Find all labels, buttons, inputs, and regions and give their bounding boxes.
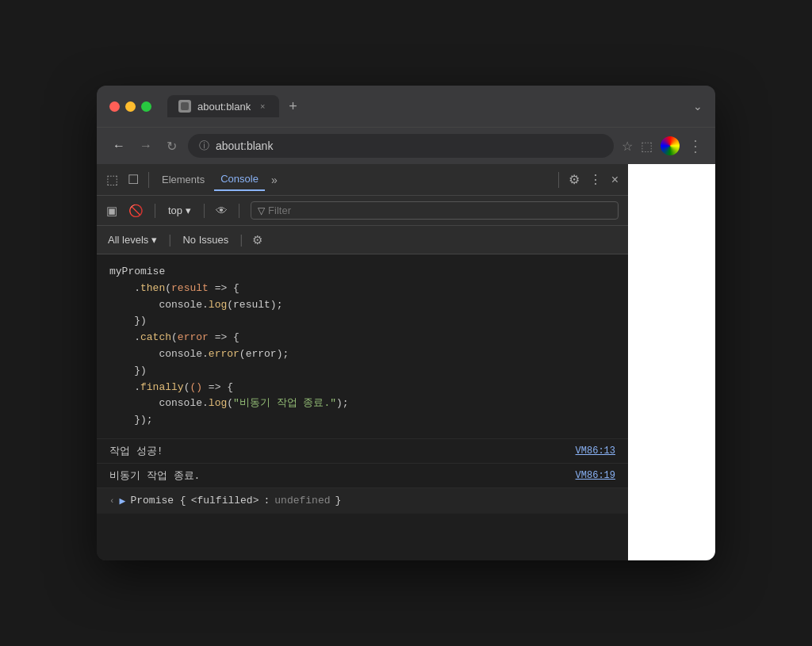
inspect-element-icon[interactable]: ⬚ [103,169,121,190]
tab-close-button[interactable]: × [257,101,268,112]
devtools-container: ⬚ ☐ Elements Console » ⚙ ⋮ × ▣ 🚫 top ▾ [97,164,715,560]
code-result: result [171,282,209,294]
code-error-method: error [209,348,239,360]
minimize-window-button[interactable] [125,101,136,112]
url-bar[interactable]: ⓘ about:blank [188,134,614,158]
console-divider [155,204,155,218]
more-tabs-button[interactable]: » [268,170,281,189]
context-selector[interactable]: top ▾ [163,202,196,219]
code-then: then [140,282,165,294]
code-block: myPromise .then(result => { console.log(… [97,254,628,439]
live-expressions-icon[interactable]: 👁 [213,201,231,220]
promise-close: } [335,495,342,506]
active-tab[interactable]: about:blank × [167,95,279,117]
info-icon: ⓘ [199,139,209,153]
devtools-settings-button[interactable]: ⚙ [565,169,583,190]
code-log2: log [209,397,227,409]
code-log1: log [209,299,227,311]
log-line-1: 작업 성공! VM86:13 [97,439,628,464]
levels-separator-2: | [239,233,243,247]
forward-button[interactable]: → [136,136,155,156]
all-levels-label: All levels [108,234,148,246]
page-panel [628,164,715,560]
title-bar: about:blank × + ⌄ [97,86,715,127]
refresh-button[interactable]: ↻ [163,136,180,157]
no-issues-button[interactable]: No Issues [178,231,233,248]
code-paren2: ( [171,331,178,343]
promise-label: Promise { [130,495,186,506]
device-toolbar-icon[interactable]: ☐ [124,169,142,190]
maximize-window-button[interactable] [141,101,151,112]
bookmark-button[interactable]: ☆ [622,139,633,154]
log-link-2[interactable]: VM86:19 [576,470,615,481]
devtools-main-toolbar: ⬚ ☐ Elements Console » ⚙ ⋮ × [97,164,628,196]
tab-elements[interactable]: Elements [155,169,211,190]
context-dropdown-icon: ▾ [186,205,191,216]
traffic-lights [109,101,151,112]
chrome-menu-button[interactable]: ⋮ [688,136,703,155]
tab-dropdown-button[interactable]: ⌄ [693,100,703,113]
promise-key: <fulfilled> [191,495,259,506]
console-divider-2 [204,204,205,218]
profile-avatar[interactable] [661,136,680,155]
close-window-button[interactable] [109,101,120,112]
levels-separator: | [168,233,171,247]
toolbar-divider-2 [558,172,559,188]
devtools-panel: ⬚ ☐ Elements Console » ⚙ ⋮ × ▣ 🚫 top ▾ [97,164,628,560]
promise-arrow[interactable]: ‹ [109,496,115,506]
code-finally: finally [140,381,184,393]
tab-area: about:blank × + [167,95,685,117]
code-line-1: myPromise [109,266,165,277]
code-empty-params: () [190,381,202,393]
log-text-2: 비동기 작업 종료. [109,468,200,483]
devtools-more-button[interactable]: ⋮ [586,169,605,190]
console-divider-3 [239,204,239,218]
promise-colon: : [263,495,270,506]
extension-button[interactable]: ⬚ [641,139,653,154]
code-catch: catch [140,331,171,343]
levels-toolbar: All levels ▾ | No Issues | ⚙ [97,226,628,254]
filter-input[interactable] [268,205,611,216]
all-levels-button[interactable]: All levels ▾ [103,231,162,248]
code-paren4: ( [227,397,233,409]
code-paren1: ( [165,282,171,294]
tab-title: about:blank [197,101,251,113]
back-button[interactable]: ← [109,136,128,156]
log-text-1: 작업 성공! [109,444,163,458]
promise-line: ‹ ▶ Promise { <fulfilled> : undefined } [97,488,628,514]
promise-value: undefined [274,495,330,506]
url-text: about:blank [216,140,273,152]
sidebar-toggle-icon[interactable]: ▣ [103,201,121,221]
log-line-2: 비동기 작업 종료. VM86:19 [97,464,628,488]
toolbar-divider [148,172,149,188]
tab-favicon [178,100,191,113]
context-label: top [168,205,182,216]
address-bar: ← → ↻ ⓘ about:blank ☆ ⬚ ⋮ [97,127,715,164]
all-levels-dropdown-icon: ▾ [151,234,157,246]
filter-icon: ▽ [258,205,265,216]
code-error: error [178,331,209,343]
devtools-close-button[interactable]: × [608,170,622,190]
code-string: "비동기 작업 종료." [233,397,336,409]
svg-rect-0 [181,102,189,110]
promise-expand-icon[interactable]: ▶ [120,495,126,507]
clear-console-icon[interactable]: 🚫 [125,201,147,221]
browser-window: about:blank × + ⌄ ← → ↻ ⓘ about:blank ☆ … [97,86,715,560]
console-toolbar: ▣ 🚫 top ▾ 👁 ▽ [97,196,628,226]
log-link-1[interactable]: VM86:13 [576,445,615,457]
tab-console[interactable]: Console [214,168,265,191]
console-output: myPromise .then(result => { console.log(… [97,254,628,560]
new-tab-button[interactable]: + [284,98,302,115]
console-settings-icon[interactable]: ⚙ [249,230,266,250]
code-line-2: . [109,282,140,294]
filter-area: ▽ [251,201,619,220]
